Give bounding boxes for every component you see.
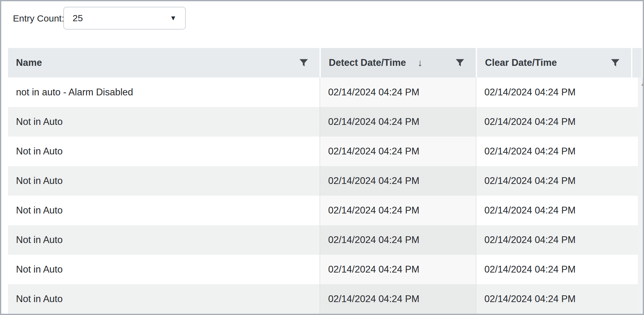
table-row[interactable]: not in auto - Alarm Disabled02/14/2024 0… [8, 78, 642, 107]
entry-count-selected-value: 25 [73, 13, 83, 23]
table-row[interactable]: Not in Auto02/14/2024 04:24 PM02/14/2024… [8, 255, 642, 284]
entry-count-dropdown[interactable]: 25 ▼ [63, 7, 186, 30]
table-row[interactable]: Not in Auto02/14/2024 04:24 PM02/14/2024… [8, 225, 642, 255]
vertical-scrollbar[interactable]: ▲ [638, 78, 644, 315]
cell-name: Not in Auto [8, 166, 320, 196]
table-header-row: Name Detect Date/Time ↓ Clear Date/Time [8, 48, 642, 78]
cell-clear: 02/14/2024 04:24 PM [476, 225, 631, 255]
cell-detect: 02/14/2024 04:24 PM [320, 107, 476, 137]
cell-name: Not in Auto [8, 225, 320, 255]
filter-icon[interactable] [456, 59, 464, 67]
cell-clear: 02/14/2024 04:24 PM [476, 78, 631, 107]
chevron-down-icon: ▼ [170, 15, 177, 22]
alarm-table: Name Detect Date/Time ↓ Clear Date/Time [8, 48, 642, 314]
column-header-detect-datetime[interactable]: Detect Date/Time ↓ [320, 48, 476, 78]
cell-name: Not in Auto [8, 255, 320, 284]
column-header-name[interactable]: Name [8, 48, 320, 78]
cell-detect: 02/14/2024 04:24 PM [320, 255, 476, 284]
alarm-log-viewport: Entry Count: 25 ▼ Name Detect Date/Time … [0, 0, 644, 315]
cell-name: Not in Auto [8, 196, 320, 225]
column-header-label: Name [16, 57, 42, 68]
filter-icon[interactable] [611, 59, 619, 67]
entry-count-label: Entry Count: [13, 13, 64, 24]
cell-detect: 02/14/2024 04:24 PM [320, 225, 476, 255]
cell-clear: 02/14/2024 04:24 PM [476, 137, 631, 166]
filter-icon[interactable] [300, 59, 308, 67]
sort-descending-icon: ↓ [418, 58, 423, 68]
cell-name: Not in Auto [8, 137, 320, 166]
column-header-label: Detect Date/Time [329, 57, 406, 68]
cell-name: Not in Auto [8, 107, 320, 137]
table-row[interactable]: Not in Auto02/14/2024 04:24 PM02/14/2024… [8, 137, 642, 166]
column-header-label: Clear Date/Time [485, 57, 557, 68]
table-body: not in auto - Alarm Disabled02/14/2024 0… [8, 78, 642, 314]
cell-clear: 02/14/2024 04:24 PM [476, 166, 631, 196]
cell-name: not in auto - Alarm Disabled [8, 78, 320, 107]
table-row[interactable]: Not in Auto02/14/2024 04:24 PM02/14/2024… [8, 196, 642, 225]
header-scrollbar-spacer [631, 48, 642, 78]
cell-clear: 02/14/2024 04:24 PM [476, 284, 631, 314]
cell-detect: 02/14/2024 04:24 PM [320, 166, 476, 196]
cell-clear: 02/14/2024 04:24 PM [476, 107, 631, 137]
cell-name: Not in Auto [8, 284, 320, 314]
table-row[interactable]: Not in Auto02/14/2024 04:24 PM02/14/2024… [8, 107, 642, 137]
table-row[interactable]: Not in Auto02/14/2024 04:24 PM02/14/2024… [8, 166, 642, 196]
cell-detect: 02/14/2024 04:24 PM [320, 78, 476, 107]
cell-clear: 02/14/2024 04:24 PM [476, 255, 631, 284]
scrollbar-up-arrow-icon[interactable]: ▲ [638, 80, 644, 87]
cell-detect: 02/14/2024 04:24 PM [320, 137, 476, 166]
table-row[interactable]: Not in Auto02/14/2024 04:24 PM02/14/2024… [8, 284, 642, 314]
cell-detect: 02/14/2024 04:24 PM [320, 284, 476, 314]
cell-detect: 02/14/2024 04:24 PM [320, 196, 476, 225]
column-header-clear-datetime[interactable]: Clear Date/Time [476, 48, 631, 78]
cell-clear: 02/14/2024 04:24 PM [476, 196, 631, 225]
